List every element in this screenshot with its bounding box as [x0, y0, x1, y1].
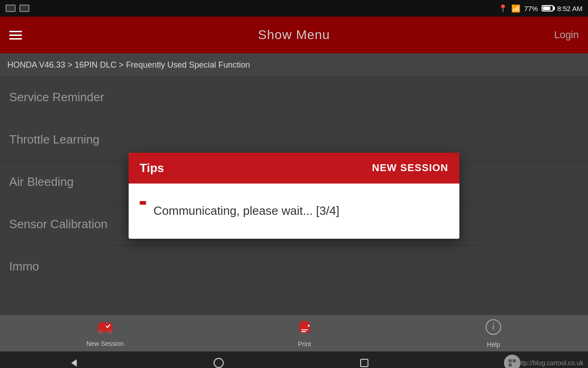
svg-rect-6: [300, 328, 309, 333]
svg-text:i: i: [492, 322, 494, 332]
home-button[interactable]: [213, 357, 224, 368]
svg-rect-15: [509, 359, 512, 362]
svg-rect-17: [509, 363, 512, 367]
toolbar-help[interactable]: i Help: [485, 319, 502, 348]
toolbar-help-label: Help: [487, 341, 500, 348]
location-icon: 📍: [498, 4, 508, 13]
progress-indicator: [140, 201, 146, 205]
svg-point-2: [99, 330, 102, 334]
toolbar-new-session-label: New Session: [86, 340, 124, 347]
svg-rect-7: [301, 329, 308, 330]
svg-rect-16: [513, 359, 516, 362]
svg-point-9: [308, 325, 310, 327]
hamburger-menu-button[interactable]: [9, 31, 22, 40]
dialog-overlay: Tips NEW SESSION Communicating, please w…: [0, 76, 588, 315]
svg-point-3: [108, 330, 112, 334]
status-bar: 📍 📶 77% 8:52 AM: [0, 0, 588, 17]
back-button[interactable]: [68, 357, 79, 368]
top-nav-bar: Show Menu Login: [0, 17, 588, 53]
breadcrumb: HONDA V46.33 > 16PIN DLC > Frequently Us…: [7, 60, 250, 70]
toolbar-print[interactable]: Print: [296, 319, 313, 348]
dialog-header: Tips NEW SESSION: [129, 153, 459, 184]
svg-rect-1: [100, 322, 111, 327]
bottom-toolbar: New Session Print i Help: [0, 315, 588, 351]
new-session-button[interactable]: NEW SESSION: [372, 162, 448, 174]
toolbar-print-label: Print: [298, 340, 311, 348]
svg-marker-12: [71, 359, 77, 367]
time-display: 8:52 AM: [557, 5, 582, 12]
svg-rect-5: [300, 321, 309, 325]
app-icon-2: [19, 5, 29, 12]
print-icon: [296, 319, 313, 339]
breadcrumb-bar: HONDA V46.33 > 16PIN DLC > Frequently Us…: [0, 53, 588, 76]
help-icon: i: [485, 319, 502, 339]
tips-dialog: Tips NEW SESSION Communicating, please w…: [129, 153, 459, 239]
svg-point-13: [214, 358, 223, 368]
main-content: Service Reminder Throttle Learning Air B…: [0, 76, 588, 315]
bluetooth-icon: 📶: [511, 4, 520, 13]
svg-rect-14: [361, 359, 368, 367]
toolbar-new-session[interactable]: New Session: [86, 320, 124, 347]
app-icon-1: [6, 5, 16, 12]
car-check-icon: [96, 320, 114, 338]
login-button[interactable]: Login: [554, 29, 579, 41]
url-bar: http://blog.cartool.co.uk: [517, 359, 583, 367]
android-nav-bar: http://blog.cartool.co.uk: [0, 351, 588, 368]
recents-button[interactable]: [359, 358, 369, 368]
app-title: Show Menu: [258, 28, 330, 42]
communicating-status-text: Communicating, please wait... [3/4]: [153, 204, 339, 218]
battery-text: 77%: [524, 5, 538, 12]
dialog-tips-label: Tips: [140, 161, 164, 175]
svg-rect-8: [301, 331, 306, 332]
dialog-body: Communicating, please wait... [3/4]: [129, 184, 459, 239]
